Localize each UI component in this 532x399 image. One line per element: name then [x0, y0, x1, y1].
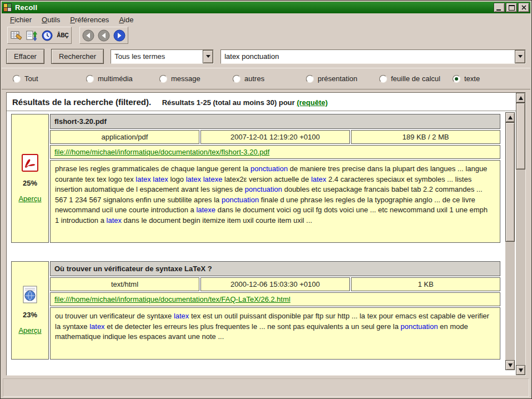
close-button[interactable] — [518, 3, 529, 12]
scrollbar-thumb[interactable] — [505, 122, 515, 242]
scroll-down-button[interactable] — [516, 365, 525, 375]
chevron-down-icon — [206, 55, 210, 58]
radio-icon — [379, 75, 387, 83]
result-url-link[interactable]: file:///home/michael/informatique/docume… — [54, 295, 290, 303]
filter-radio-multimedia[interactable]: multimédia — [86, 74, 159, 83]
result-date: 2000-12-06 15:03:30 +0100 — [200, 277, 350, 291]
clear-search-icon — [10, 29, 22, 42]
search-input[interactable] — [221, 50, 515, 63]
chevron-down-icon — [518, 55, 523, 58]
history-clock-icon — [41, 29, 53, 42]
close-icon — [521, 5, 526, 10]
scroll-down-button[interactable] — [505, 360, 515, 370]
radio-label: présentation — [318, 74, 358, 83]
first-page-button[interactable] — [81, 28, 96, 42]
radio-label: multimédia — [98, 74, 133, 83]
clear-button[interactable]: Effacer — [6, 49, 44, 64]
search-mode-value: Tous les termes — [111, 50, 203, 63]
result-url-link[interactable]: file:///home/michael/informatique/docume… — [54, 148, 269, 156]
result-meta-row: text/html 2000-12-06 15:03:30 +0100 1 KB — [50, 277, 500, 291]
filter-radio-texte[interactable]: texte — [453, 74, 526, 83]
result-entry: 25% Aperçu flshort-3.20.pdf application/… — [11, 114, 500, 243]
preview-link[interactable]: Aperçu — [18, 326, 41, 335]
minimize-icon — [496, 9, 501, 11]
forward-arrow-icon — [113, 29, 126, 42]
menu-preferences[interactable]: Préférences — [65, 14, 114, 26]
filter-radio-presentation[interactable]: présentation — [306, 74, 379, 83]
arrow-up-icon — [519, 96, 523, 100]
query-history-dropdown-button[interactable] — [515, 50, 525, 63]
radio-icon — [306, 75, 314, 83]
recoll-window: Recoll Fichier Outils Préférences Aide — [0, 0, 532, 399]
search-controls: Effacer Rechercher Tous les termes — [6, 49, 526, 64]
back-arrow-icon — [98, 29, 110, 42]
filter-radio-tout[interactable]: Tout — [13, 74, 86, 83]
results-list: 25% Aperçu flshort-3.20.pdf application/… — [7, 111, 516, 375]
status-bar — [3, 378, 529, 397]
results-content: Résultats de la recherche (filtered). Ré… — [7, 93, 516, 375]
clear-search-button[interactable] — [9, 28, 23, 42]
combo-dropdown-button[interactable] — [203, 50, 213, 63]
result-icon-column: 25% Aperçu — [11, 114, 49, 243]
scrollbar-track[interactable] — [516, 103, 525, 365]
radio-label: feuille de calcul — [391, 74, 440, 83]
filter-radio-autres[interactable]: autres — [233, 74, 306, 83]
previous-page-button[interactable] — [97, 28, 111, 42]
doc-type-filter-bar: Tout multimédia message autres présentat… — [2, 68, 530, 89]
result-meta-row: application/pdf 2007-12-01 12:19:20 +010… — [50, 130, 500, 144]
filter-radio-message[interactable]: message — [159, 74, 233, 83]
relevance-percent: 23% — [23, 311, 37, 319]
filter-radio-feuille-de-calcul[interactable]: feuille de calcul — [379, 74, 453, 83]
menu-outils[interactable]: Outils — [37, 14, 65, 26]
result-entries: 25% Aperçu flshort-3.20.pdf application/… — [7, 111, 516, 360]
radio-label: autres — [244, 74, 264, 83]
radio-icon — [13, 75, 21, 83]
radio-label: message — [171, 74, 200, 83]
result-abstract: ou trouver un verificateur de syntaxe la… — [50, 307, 500, 360]
radio-icon — [159, 75, 167, 83]
term-explorer-button[interactable]: ÂBÇ — [56, 28, 70, 42]
update-index-button[interactable] — [24, 28, 39, 42]
result-list-scrollbar[interactable] — [505, 112, 515, 370]
scroll-up-button[interactable] — [516, 93, 525, 103]
next-page-button[interactable] — [112, 28, 127, 42]
results-heading: Résultats de la recherche (filtered). — [12, 97, 151, 107]
minimize-button[interactable] — [494, 3, 505, 12]
results-page-scrollbar[interactable] — [516, 93, 525, 375]
result-size: 1 KB — [351, 277, 500, 291]
result-entry: 23% Aperçu Où trouver un vérificateur de… — [11, 261, 500, 360]
scrollbar-thumb[interactable] — [516, 103, 525, 169]
result-url-row: file:///home/michael/informatique/docume… — [50, 145, 500, 159]
scroll-up-button[interactable] — [505, 112, 515, 122]
radio-label: Tout — [24, 74, 38, 83]
result-entry-main: Où trouver un vérificateur de syntaxe La… — [50, 261, 500, 360]
search-mode-combobox[interactable]: Tous les termes — [111, 49, 214, 64]
maximize-icon — [509, 5, 515, 11]
toolbar-group-main: ÂBÇ — [7, 27, 72, 44]
menu-bar: Fichier Outils Préférences Aide — [2, 13, 530, 26]
arrow-down-icon — [508, 363, 513, 367]
app-icon — [3, 3, 12, 12]
search-button[interactable]: Rechercher — [51, 49, 104, 64]
result-abstract: phrase les regles grammaticales de chaqu… — [50, 160, 500, 243]
preview-link[interactable]: Aperçu — [18, 194, 41, 203]
results-header: Résultats de la recherche (filtered). Ré… — [7, 93, 516, 111]
scrollbar-track[interactable] — [505, 122, 515, 360]
result-icon-column: 23% Aperçu — [11, 261, 49, 360]
toolbar: ÂBÇ — [2, 26, 530, 44]
html-document-icon — [22, 286, 38, 303]
radio-icon — [86, 75, 94, 83]
pdf-document-icon — [22, 154, 38, 172]
update-index-icon — [26, 29, 38, 42]
radio-icon — [453, 75, 460, 83]
back-arrow-icon — [82, 29, 94, 42]
maximize-button[interactable] — [506, 3, 517, 12]
results-area: Résultats de la recherche (filtered). Ré… — [6, 92, 526, 376]
result-mime-type: text/html — [50, 277, 199, 291]
menu-fichier[interactable]: Fichier — [5, 14, 37, 26]
menu-aide[interactable]: Aide — [114, 14, 138, 26]
query-details-link[interactable]: (requête) — [297, 98, 328, 107]
result-date: 2007-12-01 12:19:20 +0100 — [200, 130, 350, 144]
search-query-combobox — [220, 49, 526, 64]
history-button[interactable] — [40, 28, 54, 42]
